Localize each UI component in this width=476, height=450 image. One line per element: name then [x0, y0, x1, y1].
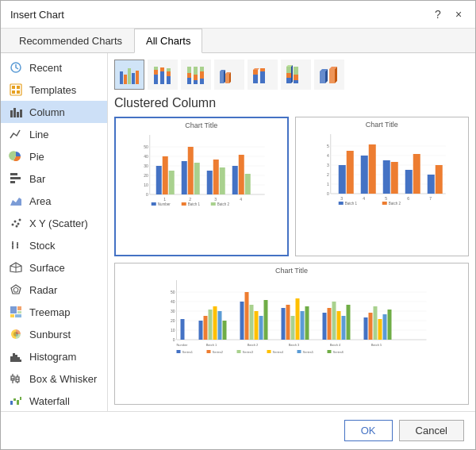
- svg-rect-131: [152, 202, 156, 206]
- sidebar-item-recent[interactable]: Recent: [1, 56, 107, 79]
- svg-text:Batch 4: Batch 4: [330, 343, 341, 347]
- subtype-3d-100-stacked-column[interactable]: [281, 60, 311, 90]
- tab-recommended[interactable]: Recommended Charts: [7, 29, 134, 53]
- chart-preview-1[interactable]: Chart Title 0 10 20: [114, 117, 289, 256]
- svg-rect-89: [286, 67, 291, 73]
- svg-rect-7: [13, 108, 16, 117]
- subtype-3d-clustered-column[interactable]: [214, 60, 244, 90]
- svg-marker-79: [224, 70, 225, 83]
- close-button[interactable]: ×: [451, 7, 466, 21]
- tab-all-charts[interactable]: All Charts: [134, 29, 202, 53]
- svg-rect-48: [10, 401, 13, 405]
- svg-text:Series5: Series5: [303, 350, 314, 354]
- svg-rect-63: [160, 71, 164, 84]
- svg-rect-133: [182, 202, 186, 206]
- sidebar-item-stock[interactable]: Stock: [1, 234, 107, 256]
- svg-text:6: 6: [407, 196, 409, 201]
- sidebar-item-sunburst[interactable]: Sunburst: [1, 323, 107, 345]
- sidebar-item-line[interactable]: Line: [1, 123, 107, 145]
- sidebar-item-label: Bar: [29, 173, 45, 185]
- sidebar-item-area[interactable]: Area: [1, 190, 107, 212]
- svg-rect-8: [17, 112, 19, 117]
- svg-rect-56: [124, 75, 127, 84]
- svg-rect-135: [211, 202, 216, 206]
- sidebar-item-treemap[interactable]: Treemap: [1, 301, 107, 323]
- svg-text:Series4: Series4: [273, 350, 284, 354]
- svg-text:50: 50: [171, 290, 175, 294]
- subtype-3d-column[interactable]: [314, 60, 344, 90]
- sidebar-item-templates[interactable]: Templates: [1, 79, 107, 101]
- svg-text:Batch 1: Batch 1: [344, 202, 357, 206]
- subtype-100-stacked-column[interactable]: [181, 60, 211, 90]
- sidebar-item-label: Histogram: [29, 351, 76, 363]
- svg-text:30: 30: [144, 163, 148, 168]
- svg-text:Batch 1: Batch 1: [206, 343, 217, 347]
- svg-rect-37: [15, 355, 17, 362]
- svg-rect-188: [223, 321, 227, 340]
- sidebar-item-pie[interactable]: Pie: [1, 145, 107, 167]
- svg-rect-57: [128, 68, 131, 84]
- section-title: Clustered Column: [114, 96, 469, 110]
- sidebar-item-scatter[interactable]: X Y (Scatter): [1, 212, 107, 234]
- sidebar-item-radar[interactable]: Radar: [1, 279, 107, 301]
- svg-rect-225: [267, 350, 271, 353]
- cancel-button[interactable]: Cancel: [399, 420, 464, 441]
- svg-rect-9: [20, 110, 22, 117]
- subtype-stacked-column[interactable]: [148, 60, 178, 90]
- svg-text:Series3: Series3: [243, 350, 254, 354]
- boxwhisker-icon: [9, 371, 23, 386]
- help-button[interactable]: ?: [431, 7, 445, 21]
- svg-rect-62: [154, 67, 158, 70]
- chart-preview-title-3: Chart Title: [118, 267, 465, 275]
- sidebar-item-waterfall[interactable]: Waterfall: [1, 390, 107, 411]
- svg-text:0: 0: [173, 337, 175, 342]
- svg-marker-13: [10, 198, 21, 206]
- svg-rect-2: [12, 86, 15, 89]
- title-bar: Insert Chart ? ×: [1, 1, 475, 29]
- sidebar-item-histogram[interactable]: Histogram: [1, 345, 107, 367]
- sidebar-item-surface[interactable]: Surface: [1, 256, 107, 279]
- svg-rect-155: [390, 162, 397, 194]
- svg-text:0: 0: [326, 191, 328, 196]
- chart-type-sidebar: Recent Templates: [1, 53, 108, 411]
- svg-rect-65: [167, 76, 171, 84]
- scatter-icon: [9, 216, 23, 230]
- svg-rect-38: [17, 357, 20, 362]
- sidebar-item-column[interactable]: Column: [1, 101, 107, 123]
- svg-rect-119: [188, 147, 194, 194]
- svg-rect-193: [259, 316, 263, 340]
- svg-rect-159: [435, 165, 442, 194]
- subtype-3d-stacked-column[interactable]: [248, 60, 278, 90]
- svg-rect-157: [413, 154, 420, 194]
- svg-text:Number: Number: [176, 343, 188, 347]
- svg-rect-31: [17, 311, 21, 313]
- svg-rect-50: [17, 400, 19, 405]
- svg-rect-70: [187, 73, 191, 78]
- svg-rect-29: [10, 306, 17, 313]
- sidebar-item-label: Sunburst: [29, 329, 71, 340]
- svg-marker-98: [325, 69, 328, 83]
- svg-text:3: 3: [326, 163, 328, 167]
- svg-point-14: [12, 224, 14, 226]
- svg-rect-126: [245, 174, 251, 194]
- svg-rect-60: [154, 75, 158, 84]
- svg-rect-33: [15, 314, 21, 317]
- svg-rect-219: [177, 350, 181, 353]
- svg-rect-115: [156, 166, 162, 194]
- histogram-icon: [9, 349, 23, 363]
- svg-rect-194: [264, 300, 268, 340]
- sidebar-item-bar[interactable]: Bar: [1, 167, 107, 190]
- chart-preview-3[interactable]: Chart Title 0 10 20: [114, 263, 469, 405]
- templates-icon: [9, 83, 23, 97]
- sidebar-item-boxwhisker[interactable]: Box & Whisker: [1, 367, 107, 390]
- chart-preview-2[interactable]: Chart Title 0 1 2: [295, 117, 470, 256]
- svg-rect-200: [305, 306, 309, 340]
- svg-rect-122: [213, 160, 219, 194]
- subtype-clustered-column[interactable]: [114, 60, 144, 90]
- svg-rect-51: [20, 397, 21, 400]
- surface-icon: [9, 260, 23, 275]
- ok-button[interactable]: OK: [344, 420, 393, 441]
- svg-text:Batch 3: Batch 3: [289, 343, 300, 347]
- svg-rect-35: [10, 356, 13, 362]
- svg-rect-49: [13, 398, 16, 401]
